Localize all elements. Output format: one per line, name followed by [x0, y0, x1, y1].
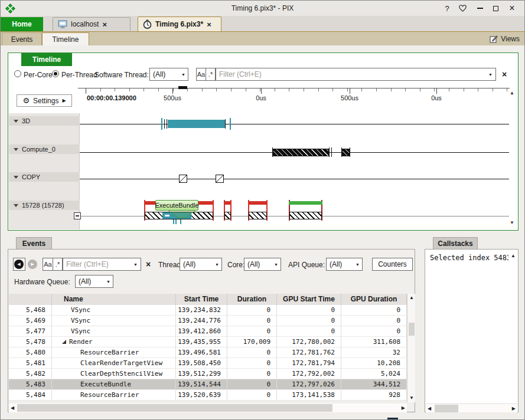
- counters-button[interactable]: Counters: [372, 258, 413, 271]
- table-row[interactable]: 5,468VSync139,234,832000: [9, 305, 407, 316]
- timeline-filter-clear-button[interactable]: ×: [502, 70, 507, 78]
- collapse-arrow-icon[interactable]: [14, 120, 18, 123]
- software-thread-dropdown[interactable]: (All) ▼: [149, 68, 188, 81]
- chevron-down-icon[interactable]: ▼: [488, 73, 493, 77]
- column-header-name[interactable]: Name: [52, 294, 176, 305]
- core-dropdown[interactable]: (All) ▼: [244, 258, 281, 271]
- timeline-scroll-up-button[interactable]: ▲: [510, 91, 514, 96]
- collapse-arrow-icon[interactable]: [14, 176, 18, 179]
- table-row[interactable]: 5,481ClearRenderTargetView139,508,450017…: [9, 358, 407, 369]
- feedback-button[interactable]: [455, 1, 470, 16]
- view-tab-events[interactable]: Events: [2, 32, 42, 46]
- chevron-down-icon: ▼: [215, 262, 219, 267]
- help-button[interactable]: ?: [439, 1, 455, 16]
- tab-close-button[interactable]: ×: [207, 21, 211, 28]
- duration: 0: [227, 316, 277, 326]
- scroll-up-icon[interactable]: ▲: [409, 296, 414, 300]
- column-header-duration[interactable]: Duration: [227, 294, 277, 305]
- gpu-start-time: 172,781,794: [277, 358, 341, 368]
- ruler-marker-handle[interactable]: [178, 86, 187, 89]
- api-queue-dropdown[interactable]: (All) ▼: [326, 258, 363, 271]
- back-button[interactable]: ◀: [14, 260, 24, 269]
- timeline-scroll-down-button[interactable]: ▼: [510, 221, 514, 225]
- scrollbar-thumb[interactable]: [435, 405, 458, 412]
- minimize-button[interactable]: [472, 1, 488, 16]
- table-row[interactable]: 5,480ResourceBarrier139,496,5810172,781,…: [9, 347, 407, 358]
- callstacks-horizontal-scrollbar[interactable]: ◀ ▶: [426, 403, 517, 412]
- expander-icon[interactable]: [62, 340, 66, 344]
- cpu-event-bar[interactable]: [289, 212, 322, 219]
- tab-close-button[interactable]: ×: [102, 21, 107, 28]
- events-panel-tab[interactable]: Events: [16, 237, 52, 249]
- scrollbar-thumb[interactable]: [409, 323, 415, 336]
- gpu-3d-event-bar[interactable]: [168, 120, 226, 128]
- timeline-filter-input[interactable]: [216, 68, 495, 80]
- events-vertical-scrollbar[interactable]: ▲ ▼: [407, 294, 415, 402]
- table-row[interactable]: 5,483ExecuteBundle139,514,5440172,797,02…: [9, 379, 407, 390]
- table-row[interactable]: 5,478Render139,435,955170,009172,780,002…: [9, 337, 407, 347]
- scroll-left-icon[interactable]: ◀: [11, 406, 14, 411]
- events-table-body: 5,468VSync139,234,8320005,469VSync139,24…: [9, 305, 407, 401]
- scroll-left-icon[interactable]: ◀: [428, 406, 431, 411]
- copy-event-box[interactable]: [179, 175, 187, 183]
- compute-event-bar-small[interactable]: [342, 149, 350, 156]
- forward-button[interactable]: ▶: [28, 260, 37, 269]
- lane-label: COPY: [22, 173, 40, 181]
- tab-home[interactable]: Home: [1, 17, 43, 31]
- tooltip-pointer: [155, 210, 203, 218]
- match-case-toggle[interactable]: Aa: [196, 68, 206, 81]
- lane-header-thread-15728[interactable]: 15728 (15728): [9, 201, 80, 210]
- regex-toggle[interactable]: .*: [53, 258, 63, 271]
- view-tab-timeline[interactable]: Timeline: [42, 32, 89, 46]
- table-row[interactable]: 5,484ResourceBarrier139,520,6390173,141,…: [9, 390, 407, 401]
- column-header-start-time[interactable]: Start Time: [176, 294, 227, 305]
- events-horizontal-scrollbar[interactable]: ◀ ▶: [9, 403, 407, 412]
- collapse-track-button[interactable]: [74, 212, 81, 219]
- scroll-down-icon[interactable]: ▼: [409, 396, 414, 401]
- events-filter-clear-button[interactable]: ×: [146, 260, 151, 268]
- tab-label: localhost: [71, 20, 99, 28]
- chevron-down-icon[interactable]: ▼: [133, 262, 138, 267]
- table-row[interactable]: 5,469VSync139,244,776000: [9, 316, 407, 326]
- per-core-radio[interactable]: [14, 70, 21, 77]
- lane-header-compute0[interactable]: Compute_0: [9, 145, 80, 154]
- per-thread-radio[interactable]: [52, 70, 59, 77]
- lane-header-3d[interactable]: 3D: [9, 116, 80, 126]
- scrollbar-thumb[interactable]: [17, 404, 332, 412]
- timeline-panel-tab[interactable]: Timeline: [21, 53, 72, 66]
- row-index: 5,481: [9, 358, 52, 368]
- scroll-up-icon[interactable]: ▲: [511, 254, 516, 258]
- cpu-marker-bar-red[interactable]: [248, 201, 268, 205]
- row-index: 5,484: [9, 390, 52, 400]
- close-button[interactable]: ×: [504, 1, 520, 16]
- compute-event-bar[interactable]: [273, 149, 329, 156]
- regex-toggle[interactable]: .*: [206, 68, 216, 81]
- hardware-queue-dropdown[interactable]: (All) ▼: [75, 275, 113, 288]
- cpu-event-bar[interactable]: [249, 212, 267, 219]
- scroll-right-icon[interactable]: ▶: [512, 406, 516, 411]
- collapse-arrow-icon[interactable]: [14, 204, 18, 207]
- duration: 0: [227, 369, 277, 379]
- scroll-right-icon[interactable]: ▶: [402, 406, 405, 411]
- tab-timing-capture[interactable]: Timing 6.pix3* ×: [138, 17, 221, 31]
- column-header-gpu-start-time[interactable]: GPU Start Time: [277, 294, 341, 305]
- column-header-gpu-duration[interactable]: GPU Duration: [341, 294, 407, 305]
- copy-event-box[interactable]: [216, 175, 224, 183]
- settings-button[interactable]: ⚙ Settings ▶: [17, 94, 72, 107]
- lane-header-copy[interactable]: COPY: [9, 172, 80, 182]
- cpu-event-bar[interactable]: [224, 212, 231, 219]
- tab-localhost[interactable]: localhost ×: [53, 17, 131, 31]
- start-time: 139,244,776: [176, 316, 227, 326]
- cpu-marker-bar-green[interactable]: [289, 201, 322, 205]
- table-row[interactable]: 5,482ClearDepthStencilView139,512,299017…: [9, 369, 407, 379]
- maximize-button[interactable]: [488, 1, 503, 16]
- table-row[interactable]: 5,477VSync139,412,860000: [9, 326, 407, 337]
- callstacks-panel-tab[interactable]: Callstacks: [433, 237, 478, 249]
- match-case-toggle[interactable]: Aa: [43, 258, 53, 271]
- events-filter-input[interactable]: [63, 258, 141, 270]
- thread-dropdown[interactable]: (All) ▼: [180, 258, 222, 271]
- cpu-marker-bar-red[interactable]: [224, 201, 231, 205]
- column-header-index[interactable]: [9, 294, 52, 305]
- collapse-arrow-icon[interactable]: [14, 148, 18, 151]
- views-button[interactable]: Views: [490, 34, 520, 44]
